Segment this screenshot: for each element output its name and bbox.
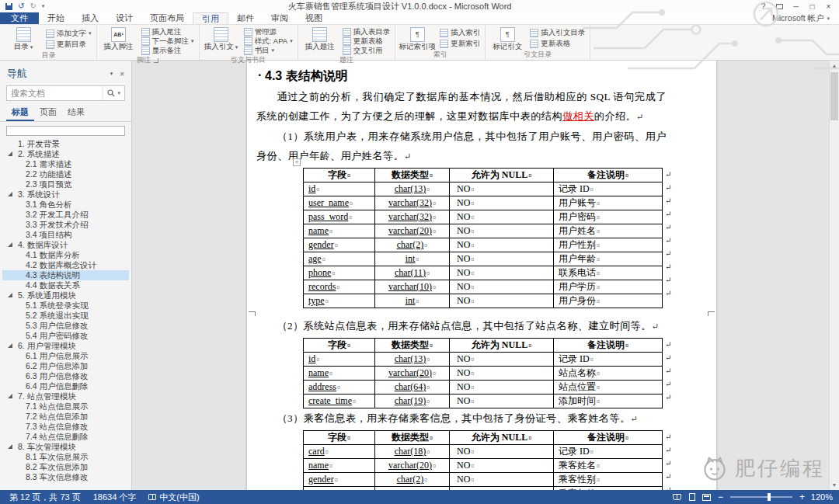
- ribbon-button-large[interactable]: 标记索引项: [399, 26, 436, 50]
- collapse-triangle-icon[interactable]: [8, 293, 12, 297]
- close-icon[interactable]: ×: [820, 1, 837, 12]
- ribbon-tab[interactable]: 页面布局: [141, 12, 193, 24]
- doc-table[interactable]: 字段数据类型允许为 NULL备注说明idchar(13)NO记录 IDnamev…: [303, 338, 663, 408]
- nav-tab[interactable]: 页面: [34, 106, 62, 121]
- ribbon-button-small[interactable]: 添加文字▾: [44, 29, 93, 38]
- ribbon-button-small[interactable]: 插入尾注: [140, 27, 196, 36]
- zoom-out-icon[interactable]: −: [715, 492, 726, 502]
- ribbon-button-small[interactable]: 样式: APA▾: [242, 36, 294, 46]
- nav-heading-item[interactable]: 2.3 项目预览: [2, 179, 129, 189]
- zoom-level[interactable]: 120%: [809, 492, 836, 502]
- maximize-icon[interactable]: □: [804, 1, 820, 12]
- account-button[interactable]: Microsoft 帐户▾: [772, 12, 839, 24]
- print-layout-view-icon[interactable]: [685, 492, 698, 502]
- ribbon-button-small[interactable]: 更新目录: [44, 40, 93, 49]
- ribbon-button-small[interactable]: 插入表目录: [341, 27, 392, 36]
- ribbon-button-small[interactable]: 交叉引用: [341, 46, 392, 55]
- help-icon[interactable]: ?: [755, 1, 771, 12]
- nav-heading-item[interactable]: 4.4 数据表关系: [2, 280, 129, 290]
- ribbon-button-large[interactable]: 标记引文: [489, 26, 526, 50]
- ribbon-display-options-icon[interactable]: [771, 1, 788, 12]
- collapse-triangle-icon[interactable]: [8, 394, 12, 398]
- zoom-slider[interactable]: [730, 496, 792, 498]
- ribbon-button-small[interactable]: 书目▾: [242, 46, 294, 55]
- ribbon-tab[interactable]: 邮件: [228, 12, 263, 24]
- ribbon-button-large[interactable]: 插入引文 ▾: [203, 26, 240, 56]
- doc-table[interactable]: 字段数据类型允许为 NULL备注说明idchar(13)NO记录 IDuser_…: [303, 168, 663, 308]
- nav-heading-item[interactable]: 8. 车次管理模块: [2, 442, 129, 452]
- nav-heading-item[interactable]: 6.1 用户信息展示: [2, 351, 129, 361]
- page-indicator[interactable]: 第 12 页，共 73 页: [3, 490, 87, 504]
- dialog-launcher-icon[interactable]: [154, 58, 158, 63]
- document-page[interactable]: 4.3 表结构说明 通过之前的分析，我们确定了数据库的基本情况，然后借助相应的 …: [247, 61, 716, 490]
- ribbon-button-small[interactable]: 下一条脚注▾: [140, 36, 196, 46]
- ribbon-tab[interactable]: 审阅: [263, 12, 297, 24]
- scrollbar-up-icon[interactable]: ▲: [830, 61, 839, 71]
- nav-heading-item[interactable]: 3.1 角色分析: [2, 200, 129, 210]
- nav-heading-item[interactable]: 5.2 系统退出实现: [2, 311, 129, 321]
- redo-icon[interactable]: ↻: [30, 2, 36, 10]
- ribbon-button-small[interactable]: 管理源: [242, 27, 294, 36]
- nav-heading-item[interactable]: 5. 系统通用模块: [2, 290, 129, 301]
- nav-heading-item[interactable]: 4.3 表结构说明: [2, 270, 129, 280]
- nav-heading-item[interactable]: 7.4 站点信息删除: [2, 432, 129, 442]
- nav-heading-item[interactable]: 4. 数据库设计: [2, 240, 129, 250]
- vertical-scrollbar[interactable]: ▲ ▼: [829, 61, 839, 490]
- nav-heading-item[interactable]: 3.2 开发工具介绍: [2, 210, 129, 220]
- nav-heading-item[interactable]: 7. 站点管理模块: [2, 391, 129, 401]
- nav-heading-item[interactable]: 7.1 站点信息展示: [2, 401, 129, 412]
- ribbon-button-small[interactable]: 更新索引: [438, 39, 482, 48]
- nav-close-icon[interactable]: ×: [120, 70, 124, 78]
- ribbon-button-large[interactable]: 插入题注: [301, 26, 339, 56]
- doc-table[interactable]: 字段数据类型允许为 NULL备注说明cardchar(18)NO记录 IDnam…: [303, 430, 663, 490]
- word-count[interactable]: 18634 个字: [87, 490, 143, 504]
- nav-heading-item[interactable]: 7.3 站点信息修改: [2, 422, 129, 432]
- minimize-icon[interactable]: ─: [788, 1, 804, 12]
- ribbon-button-small[interactable]: 插入索引: [438, 29, 482, 38]
- nav-heading-item[interactable]: 3. 系统设计: [2, 189, 129, 200]
- nav-heading-item[interactable]: 6. 用户管理模块: [2, 341, 129, 351]
- nav-heading-item[interactable]: 5.1 系统登录实现: [2, 301, 129, 311]
- nav-heading-item[interactable]: 6.3 用户信息修改: [2, 371, 129, 381]
- nav-heading-item[interactable]: 1. 开发背景: [2, 139, 129, 149]
- ribbon-button-small[interactable]: 更新表格: [528, 39, 587, 48]
- nav-heading-item[interactable]: 8.3 车次信息修改: [2, 472, 129, 482]
- nav-heading-item[interactable]: 3.4 项目结构: [2, 230, 129, 240]
- ribbon-button-small[interactable]: 更新表格: [341, 36, 392, 46]
- collapse-triangle-icon[interactable]: [8, 444, 12, 449]
- table-move-handle[interactable]: [293, 158, 301, 166]
- nav-options-icon[interactable]: ▾: [110, 71, 113, 77]
- nav-heading-item[interactable]: 8.2 车次信息添加: [2, 462, 129, 472]
- ribbon-tab[interactable]: 设计: [107, 12, 141, 24]
- proofing-status[interactable]: 中文(中国): [142, 490, 205, 504]
- nav-heading-item[interactable]: 4.2 数据库概念设计: [2, 260, 129, 270]
- nav-heading-item[interactable]: 3.3 开发技术介绍: [2, 220, 129, 230]
- zoom-in-icon[interactable]: +: [796, 492, 808, 502]
- nav-heading-item[interactable]: 4.1 数据库分析: [2, 250, 129, 260]
- nav-heading-item[interactable]: 2.1 需求描述: [2, 159, 129, 169]
- ribbon-tab[interactable]: 视图: [297, 12, 331, 24]
- nav-heading-item[interactable]: 6.2 用户信息添加: [2, 361, 129, 371]
- nav-tab[interactable]: 标题: [6, 106, 34, 121]
- nav-heading-item[interactable]: 6.4 用户信息删除: [2, 381, 129, 391]
- collapse-triangle-icon[interactable]: [8, 242, 12, 247]
- ribbon-tab[interactable]: 引用: [193, 12, 228, 24]
- undo-icon[interactable]: ↺: [18, 2, 24, 10]
- ribbon-tab[interactable]: 插入: [73, 12, 107, 24]
- ribbon-tab[interactable]: 文件: [0, 12, 39, 24]
- nav-heading-item[interactable]: 2. 系统描述: [2, 149, 129, 159]
- search-input[interactable]: [7, 89, 103, 98]
- scrollbar-down-icon[interactable]: ▼: [830, 480, 839, 490]
- save-icon[interactable]: [5, 3, 12, 10]
- nav-heading-item[interactable]: 5.4 用户密码修改: [2, 331, 129, 341]
- collapse-triangle-icon[interactable]: [8, 151, 12, 156]
- ribbon-tab[interactable]: 开始: [39, 12, 73, 24]
- search-button[interactable]: ▾: [103, 86, 124, 100]
- ribbon-button-large[interactable]: 目录 ▾: [5, 26, 42, 51]
- zoom-slider-thumb[interactable]: [768, 493, 771, 501]
- collapse-triangle-icon[interactable]: [8, 343, 12, 348]
- nav-heading-item[interactable]: 8.1 车次信息展示: [2, 452, 129, 462]
- nav-heading-item[interactable]: 7.2 站点信息添加: [2, 412, 129, 422]
- ribbon-button-small[interactable]: 插入引文目录: [528, 29, 587, 38]
- nav-tab[interactable]: 结果: [62, 106, 90, 121]
